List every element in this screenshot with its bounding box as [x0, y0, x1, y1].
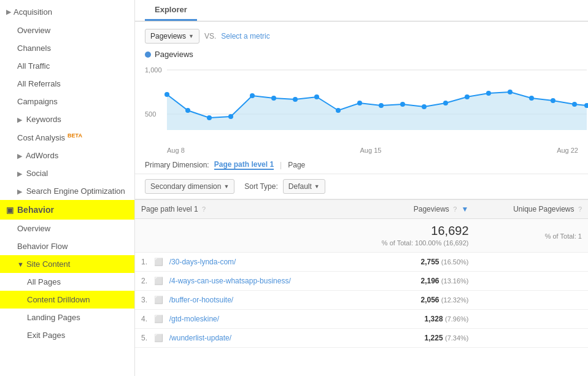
pageviews-chart: 1,000 500: [145, 63, 587, 142]
folder-icon: ⬜: [154, 315, 163, 323]
col2-help-icon[interactable]: ?: [453, 205, 457, 213]
col-unique-pageviews-header: Unique Pageviews ?: [475, 200, 589, 219]
legend-dot-icon: [145, 52, 151, 58]
chart-point: [508, 90, 513, 94]
folder-icon: ⬜: [154, 277, 163, 285]
chart-legend: Pageviews: [145, 50, 578, 59]
row1-path-cell: 1. ⬜ /30-days-lynda-com/: [135, 253, 362, 272]
behavior-header[interactable]: ▣ Behavior: [0, 200, 134, 220]
beta-badge: BETA: [68, 132, 82, 139]
row3-pageviews: 2,056: [420, 296, 439, 304]
sidebar-item-site-content[interactable]: ▼ Site Content: [0, 255, 134, 273]
total-unique-cell: % of Total: 1: [475, 219, 589, 253]
chart-point: [529, 96, 534, 101]
tab-explorer[interactable]: Explorer: [145, 0, 197, 21]
metric-dropdown[interactable]: Pageviews ▼: [145, 29, 199, 44]
secondary-dimension-dropdown[interactable]: Secondary dimension ▼: [145, 179, 234, 194]
row5-unique-cell: [475, 329, 589, 348]
main-content: Explorer Pageviews ▼ VS. Select a metric…: [135, 0, 588, 376]
metric-label: Pageviews: [150, 32, 186, 40]
sidebar: ▶ Acquisition Overview Channels All Traf…: [0, 0, 135, 376]
row2-path-cell: 2. ⬜ /4-ways-can-use-whatsapp-business/: [135, 272, 362, 291]
row4-unique-cell: [475, 310, 589, 329]
total-pageviews-cell: 16,692 % of Total: 100.00% (16,692): [362, 219, 475, 253]
row4-pageviews-cell: 1,328 (7.96%): [362, 310, 475, 329]
sort-default-label: Default: [288, 182, 312, 191]
acquisition-arrow-icon: ▶: [6, 8, 11, 16]
x-label-aug8: Aug 8: [167, 147, 185, 154]
select-metric-link[interactable]: Select a metric: [221, 32, 269, 40]
row4-pct: (7.96%): [445, 315, 469, 323]
primary-dimension-label: Primary Dimension:: [145, 161, 209, 169]
row1-pct: (16.50%): [441, 258, 469, 266]
sort-arrow-icon: ▼: [462, 205, 469, 213]
col-pageviews-header: Pageviews ? ▼: [362, 200, 475, 219]
vs-label: VS.: [204, 32, 216, 40]
chart-point: [293, 97, 298, 102]
chart-point: [250, 93, 255, 98]
sidebar-item-content-drilldown[interactable]: Content Drilldown: [0, 291, 134, 309]
y-label-1000: 1,000: [145, 66, 162, 74]
sidebar-item-cost-analysis[interactable]: Cost AnalysisBETA: [0, 128, 134, 147]
chart-point: [185, 108, 190, 113]
row3-path-cell: 3. ⬜ /buffer-or-hootsuite/: [135, 291, 362, 310]
folder-icon: ⬜: [154, 334, 163, 342]
row5-pct: (7.34%): [445, 334, 469, 342]
total-pageviews-value: 16,692: [368, 224, 469, 238]
acquisition-header[interactable]: ▶ Acquisition: [0, 2, 134, 21]
sidebar-item-behavior-flow[interactable]: Behavior Flow: [0, 237, 134, 255]
sidebar-item-channels[interactable]: Channels: [0, 39, 134, 57]
chart-point: [207, 115, 212, 120]
table-row: 3. ⬜ /buffer-or-hootsuite/ 2,056 (12.32%…: [135, 291, 588, 310]
table-row: 1. ⬜ /30-days-lynda-com/ 2,755 (16.50%): [135, 253, 588, 272]
chart-point: [357, 101, 362, 106]
row4-path-link[interactable]: /gtd-moleskine/: [169, 315, 219, 323]
sidebar-item-all-pages[interactable]: All Pages: [0, 273, 134, 291]
sidebar-item-beh-overview[interactable]: Overview: [0, 220, 134, 237]
page-link[interactable]: Page: [288, 161, 305, 169]
row2-num: 2.: [141, 277, 147, 285]
row5-path-link[interactable]: /wunderlist-update/: [169, 334, 231, 342]
tab-bar: Explorer: [135, 0, 588, 21]
table-row: 5. ⬜ /wunderlist-update/ 1,225 (7.34%): [135, 329, 588, 348]
col3-help-icon[interactable]: ?: [578, 205, 582, 213]
chart-area: Pageviews ▼ VS. Select a metric Pageview…: [135, 21, 588, 154]
sidebar-item-all-referrals[interactable]: All Referrals: [0, 75, 134, 93]
sidebar-item-adwords[interactable]: ▶ AdWords: [0, 147, 134, 164]
sort-default-dropdown[interactable]: Default ▼: [283, 179, 325, 194]
page-path-level-link[interactable]: Page path level 1: [214, 160, 274, 170]
dimension-separator: |: [280, 161, 282, 169]
chart-point: [314, 94, 319, 99]
row3-path-link[interactable]: /buffer-or-hootsuite/: [169, 296, 234, 304]
sidebar-item-all-traffic[interactable]: All Traffic: [0, 57, 134, 75]
row2-path-link[interactable]: /4-ways-can-use-whatsapp-business/: [169, 277, 291, 285]
chart-controls: Pageviews ▼ VS. Select a metric: [145, 29, 578, 44]
table-total-row: 16,692 % of Total: 100.00% (16,692) % of…: [135, 219, 588, 253]
sidebar-item-keywords[interactable]: ▶ Keywords: [0, 110, 134, 128]
chart-point: [271, 96, 276, 101]
table-row: 4. ⬜ /gtd-moleskine/ 1,328 (7.96%): [135, 310, 588, 329]
row2-unique-cell: [475, 272, 589, 291]
row2-pageviews: 2,196: [420, 277, 439, 285]
total-cell-empty: [135, 219, 362, 253]
chart-x-labels: Aug 8 Aug 15 Aug 22: [145, 144, 578, 154]
row2-pageviews-cell: 2,196 (13.16%): [362, 272, 475, 291]
chart-point: [336, 108, 341, 113]
row1-unique-cell: [475, 253, 589, 272]
sidebar-item-campaigns[interactable]: Campaigns: [0, 93, 134, 110]
row5-path-cell: 5. ⬜ /wunderlist-update/: [135, 329, 362, 348]
chart-point: [572, 102, 577, 107]
sidebar-item-seo[interactable]: ▶ Search Engine Optimization: [0, 182, 134, 200]
sidebar-item-exit-pages[interactable]: Exit Pages: [0, 326, 134, 344]
sidebar-item-social[interactable]: ▶ Social: [0, 164, 134, 182]
chart-container: 1,000 500: [145, 63, 578, 154]
sidebar-item-overview[interactable]: Overview: [0, 21, 134, 39]
col1-help-icon[interactable]: ?: [202, 205, 206, 213]
row4-path-cell: 4. ⬜ /gtd-moleskine/: [135, 310, 362, 329]
sidebar-item-landing-pages[interactable]: Landing Pages: [0, 309, 134, 326]
total-pageviews-pct: % of Total: 100.00% (16,692): [382, 239, 469, 247]
data-table: Page path level 1 ? Pageviews ? ▼ Unique…: [135, 199, 588, 348]
folder-icon: ⬜: [154, 258, 163, 266]
chart-point: [551, 98, 555, 103]
row1-path-link[interactable]: /30-days-lynda-com/: [169, 258, 236, 266]
